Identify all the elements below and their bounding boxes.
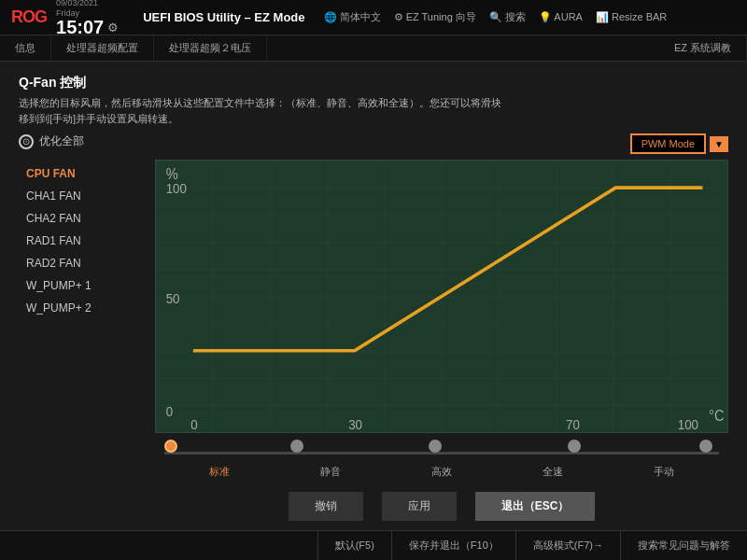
panel-description: 选择您的目标风扇，然后移动滑块从这些配置文件中选择：（标准、静音、高效和全速）。… xyxy=(19,95,728,126)
optimize-icon: ⊙ xyxy=(19,134,34,149)
bottom-faq[interactable]: 搜索常见问题与解答 xyxy=(620,531,747,560)
button-row: 撤销 应用 退出（ESC） xyxy=(155,492,728,521)
svg-text:100: 100 xyxy=(678,417,698,432)
fan-item-cpu[interactable]: CPU FAN xyxy=(19,162,140,185)
tab-cpu-oc2[interactable]: 处理器超频２电压 xyxy=(154,35,267,61)
main-content: Q-Fan 控制 选择您的目标风扇，然后移动滑块从这些配置文件中选择：（标准、静… xyxy=(0,62,747,530)
optimize-all-label: 优化全部 xyxy=(39,133,84,149)
fan-item-wpump2[interactable]: W_PUMP+ 2 xyxy=(19,297,140,319)
left-panel: ⊙ 优化全部 CPU FAN CHA1 FAN CHA2 FAN RAD1 FA… xyxy=(19,133,140,521)
slider-dot-manual[interactable] xyxy=(699,440,712,453)
slider-track-container xyxy=(164,446,719,459)
slider-label-silent: 静音 xyxy=(275,465,387,479)
fan-item-cha2[interactable]: CHA2 FAN xyxy=(19,207,140,230)
pwm-dropdown-arrow[interactable]: ▼ xyxy=(710,136,728,152)
pwm-selector: PWM Mode ▼ xyxy=(630,133,728,154)
bios-title: UEFI BIOS Utility – EZ Mode xyxy=(143,10,304,24)
fan-item-rad2[interactable]: RAD2 FAN xyxy=(19,252,140,274)
bottom-save-exit[interactable]: 保存并退出（F10） xyxy=(391,531,515,560)
pwm-mode-button[interactable]: PWM Mode xyxy=(630,133,706,154)
slider-dot-fullspeed[interactable] xyxy=(568,440,581,453)
svg-text:0: 0 xyxy=(166,403,174,419)
svg-text:100: 100 xyxy=(166,180,187,196)
tab-ez-sys[interactable]: EZ 系统调教 xyxy=(659,35,747,61)
nav-tabs: 信息 处理器超频配置 处理器超频２电压 EZ 系统调教 xyxy=(0,35,747,62)
time-display: 15:07 xyxy=(56,18,104,36)
exit-button[interactable]: 退出（ESC） xyxy=(475,492,596,521)
apply-button[interactable]: 应用 xyxy=(382,492,457,521)
lang-icon[interactable]: 🌐 简体中文 xyxy=(324,10,381,24)
fan-item-rad1[interactable]: RAD1 FAN xyxy=(19,230,140,252)
right-panel: PWM Mode ▼ % °C xyxy=(155,133,728,521)
date-text: 09/03/2021 Friday xyxy=(56,0,119,18)
svg-text:0: 0 xyxy=(190,417,198,432)
top-bar: ROG 09/03/2021 Friday 15:07 ⚙ UEFI BIOS … xyxy=(0,0,747,35)
fan-list: CPU FAN CHA1 FAN CHA2 FAN RAD1 FAN RAD2 … xyxy=(19,162,140,319)
aura-icon[interactable]: 💡 AURA xyxy=(539,11,583,23)
topbar-icons: 🌐 简体中文 ⚙ EZ Tuning 向导 🔍 搜索 💡 AURA 📊 Resi… xyxy=(324,10,668,24)
cancel-button[interactable]: 撤销 xyxy=(289,492,363,521)
gear-icon[interactable]: ⚙ xyxy=(107,21,119,35)
content-header: Q-Fan 控制 选择您的目标风扇，然后移动滑块从这些配置文件中选择：（标准、静… xyxy=(19,75,728,126)
slider-labels: 标准 静音 高效 全速 手动 xyxy=(164,465,719,479)
slider-track xyxy=(164,452,719,455)
ez-tuning-icon[interactable]: ⚙ EZ Tuning 向导 xyxy=(394,10,476,24)
content-body: ⊙ 优化全部 CPU FAN CHA1 FAN CHA2 FAN RAD1 FA… xyxy=(19,133,728,521)
slider-section: 标准 静音 高效 全速 手动 xyxy=(155,446,728,479)
bottom-advanced[interactable]: 高级模式(F7)→ xyxy=(515,531,620,560)
fan-item-cha1[interactable]: CHA1 FAN xyxy=(19,185,140,207)
svg-text:30: 30 xyxy=(348,417,362,432)
optimize-all-button[interactable]: ⊙ 优化全部 xyxy=(19,133,140,149)
search-icon[interactable]: 🔍 搜索 xyxy=(489,10,526,24)
svg-text:°C: °C xyxy=(709,408,724,425)
slider-dot-silent[interactable] xyxy=(290,440,303,453)
slider-label-manual: 手动 xyxy=(608,465,719,479)
bottom-bar: 默认(F5) 保存并退出（F10） 高级模式(F7)→ 搜索常见问题与解答 xyxy=(0,530,747,560)
svg-text:50: 50 xyxy=(166,290,180,306)
slider-label-fullspeed: 全速 xyxy=(497,465,608,479)
resize-bar-icon[interactable]: 📊 Resize BAR xyxy=(596,11,667,23)
date-time-block: 09/03/2021 Friday 15:07 ⚙ xyxy=(56,0,119,36)
slider-dot-efficient[interactable] xyxy=(429,440,442,453)
slider-label-standard: 标准 xyxy=(164,465,275,479)
rog-logo-icon: ROG xyxy=(11,7,47,27)
slider-label-efficient: 高效 xyxy=(387,465,498,479)
tab-info[interactable]: 信息 xyxy=(0,35,51,61)
fan-chart: % °C 100 50 0 0 30 70 100 xyxy=(155,160,728,433)
fan-chart-svg: % °C 100 50 0 0 30 70 100 xyxy=(156,161,727,432)
panel-title: Q-Fan 控制 xyxy=(19,75,728,91)
bottom-default[interactable]: 默认(F5) xyxy=(317,531,391,560)
fan-item-wpump1[interactable]: W_PUMP+ 1 xyxy=(19,274,140,297)
slider-dot-standard[interactable] xyxy=(164,440,177,453)
svg-text:70: 70 xyxy=(566,417,580,432)
tab-cpu-oc[interactable]: 处理器超频配置 xyxy=(51,35,154,61)
